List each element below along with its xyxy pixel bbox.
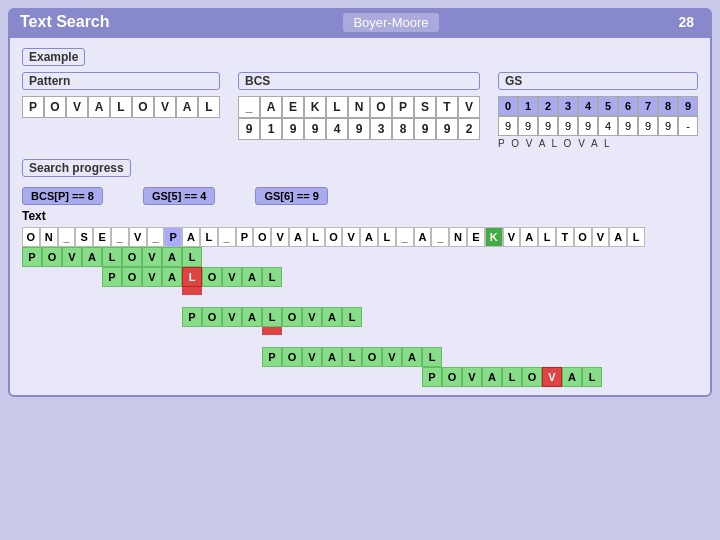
text-row: O N _ S E _ V _ P A L _ P O V A L [22,227,698,247]
tc-29: L [538,227,556,247]
bcs-h-_: _ [238,96,260,118]
gs-h-4: 4 [578,96,598,116]
bcs-row1: _ A E K L N O P S T V [238,96,480,118]
tc-19: A [360,227,378,247]
gs-h-3: 3 [558,96,578,116]
gs-v-1: 9 [518,116,538,136]
page-title: Text Search [20,13,110,31]
gs-h-2: 2 [538,96,558,116]
pattern-cell-v2: V [154,96,176,118]
gs-h-1: 1 [518,96,538,116]
gs-bottom-label: P O V A L O V A L [498,138,698,149]
pr5-o: O [442,367,462,387]
tc-0: O [22,227,40,247]
pattern-cell-o: O [44,96,66,118]
text-label: Text [22,209,698,223]
pr5-v2: V [542,367,562,387]
tc-4: E [93,227,111,247]
red-indicator-3 [262,327,282,335]
gs-value-row: 9 9 9 9 9 4 9 9 9 - [498,116,698,136]
pr4-a: A [322,347,342,367]
pr1-a2: A [162,247,182,267]
pr2-sp1 [22,267,42,287]
tc-2: _ [58,227,76,247]
tc-11: _ [218,227,236,247]
slide-number: 28 [672,12,700,32]
pr1-p: P [22,247,42,267]
pr2-a2: A [242,267,262,287]
gs-h-9: 9 [678,96,698,116]
tc-23: _ [431,227,449,247]
pr1-o: O [42,247,62,267]
pattern-cell-v: V [66,96,88,118]
pr5-l: L [502,367,522,387]
pattern-row-5: P O V A L O V A L [22,367,698,387]
pr2-o: O [122,267,142,287]
pattern-cell-o2: O [132,96,154,118]
bcs-h-s: S [414,96,436,118]
tc-18: V [342,227,360,247]
pr1-l: L [102,247,122,267]
bcs-v-3: 3 [370,118,392,140]
bcs-v-9c: 9 [304,118,326,140]
gs5-label: GS[5] == 4 [143,187,215,205]
search-progress-section: Search progress BCS[P] == 8 GS[5] == 4 G… [22,159,698,387]
bcs-v-9d: 9 [348,118,370,140]
pr4-v: V [302,347,322,367]
bcs-v-4: 4 [326,118,348,140]
pattern-row-2: P O V A L O V A L [22,267,698,287]
bcs-h-o: O [370,96,392,118]
bcs-h-a: A [260,96,282,118]
tc-5: _ [111,227,129,247]
pr4-l2: L [422,347,442,367]
gs-h-7: 7 [638,96,658,116]
bcs-h-v: V [458,96,480,118]
tc-34: L [627,227,645,247]
pr2-sp3 [62,267,82,287]
tc-25: E [467,227,485,247]
bcs-h-e: E [282,96,304,118]
gs6-label: GS[6] == 9 [255,187,327,205]
pattern-row-1: P O V A L O V A L [22,247,698,267]
top-row: Pattern P O V A L O V A L BCS _ A [22,72,698,149]
pattern-cell-a2: A [176,96,198,118]
gs-h-8: 8 [658,96,678,116]
tc-17: O [325,227,343,247]
tc-10: L [200,227,218,247]
pr4-o: O [282,347,302,367]
bcs-v-8: 8 [392,118,414,140]
search-progress-label: Search progress [22,159,131,177]
gs-v-9: - [678,116,698,136]
gs-v-5: 4 [598,116,618,136]
bcs-p-label: BCS[P] == 8 [22,187,103,205]
tc-31: O [574,227,592,247]
red-indicator-2 [182,287,202,295]
tc-12: P [236,227,254,247]
pr3-o: O [202,307,222,327]
gs-v-6: 9 [618,116,638,136]
tc-28: A [520,227,538,247]
bcs-v-1: 1 [260,118,282,140]
tc-1: N [40,227,58,247]
gs-v-0: 9 [498,116,518,136]
pr2-a: A [162,267,182,287]
gs-header-row: 0 1 2 3 4 5 6 7 8 9 [498,96,698,116]
algorithm-label: Boyer-Moore [343,13,438,32]
gs-label: GS [498,72,698,90]
tc-21: _ [396,227,414,247]
tc-20: L [378,227,396,247]
pr2-sp2 [42,267,62,287]
tc-35 [645,227,663,247]
bcs-v-2: 2 [458,118,480,140]
pattern-row: P O V A L O V A L [22,96,220,118]
pattern-cell-a: A [88,96,110,118]
indicator-row-3 [22,327,698,347]
pr1-v2: V [142,247,162,267]
gs-v-7: 9 [638,116,658,136]
tc-8: P [164,227,182,247]
tc-22: A [414,227,432,247]
gs-section: GS 0 1 2 3 4 5 6 7 8 9 9 [498,72,698,149]
pr4-o2: O [362,347,382,367]
tc-9: A [182,227,200,247]
bcs-h-k: K [304,96,326,118]
